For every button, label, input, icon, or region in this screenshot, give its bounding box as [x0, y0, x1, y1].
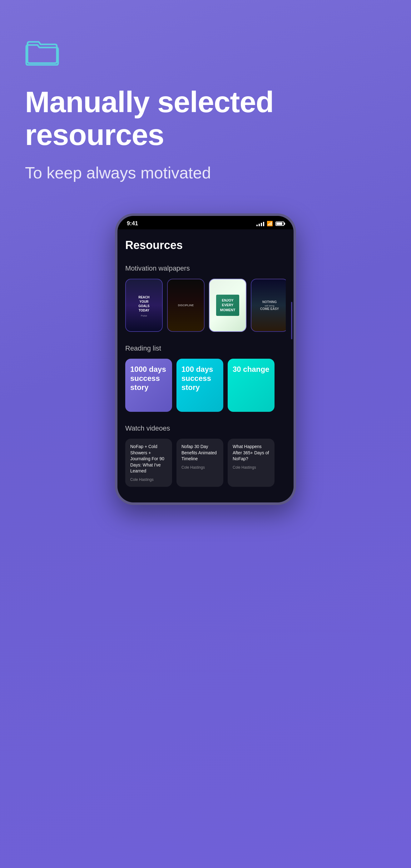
video-author-1: Cole Hastings: [130, 477, 167, 482]
phone-wrapper: 9:41 📶 Resour: [25, 213, 386, 505]
wallpaper-text-2: discipline: [177, 302, 195, 309]
videos-section-title: Watch videoes: [125, 424, 286, 432]
video-item-3[interactable]: What Happens After 365+ Days of NoFap? C…: [228, 439, 275, 487]
wallpapers-scroll: REACHYOURGOALSTODAY Pulse discipline: [125, 279, 286, 332]
wallpaper-item-4[interactable]: NOTHINGwill bringCOME EASY: [251, 279, 286, 332]
notch: [201, 219, 210, 228]
page-title: Manually selected resources: [25, 86, 386, 151]
scrollbar-indicator: [291, 302, 292, 339]
reading-scroll: 1000 days success story 100 days success…: [125, 359, 286, 412]
reading-item-2[interactable]: 100 days success story: [177, 359, 223, 412]
video-item-1[interactable]: NoFap + Cold Showers + Journaling For 90…: [125, 439, 172, 487]
videos-section: Watch videoes NoFap + Cold Showers + Jou…: [125, 424, 286, 487]
wallpaper-item-1[interactable]: REACHYOURGOALSTODAY Pulse: [125, 279, 163, 332]
status-bar: 9:41 📶: [118, 216, 293, 229]
status-time: 9:41: [127, 220, 138, 227]
video-author-2: Cole Hastings: [182, 465, 218, 470]
video-title-3: What Happens After 365+ Days of NoFap?: [233, 444, 270, 462]
wallpaper-text-1: REACHYOURGOALSTODAY: [137, 294, 151, 314]
phone-mockup: 9:41 📶 Resour: [115, 213, 296, 505]
video-title-1: NoFap + Cold Showers + Journaling For 90…: [130, 444, 167, 474]
signal-icon: [256, 221, 264, 226]
wallpaper-item-3[interactable]: ENJOYEVERYMOMENT: [209, 279, 246, 332]
folder-icon: [25, 37, 386, 67]
reading-section-title: Reading list: [125, 344, 286, 352]
reading-title-3: 30 change: [233, 365, 269, 374]
status-icons: 📶: [256, 221, 284, 226]
video-item-2[interactable]: Nofap 30 Day Benefits Animated Timeline …: [177, 439, 223, 487]
video-author-3: Cole Hastings: [233, 465, 270, 470]
wallpapers-section: Motivation walpapers REACHYOURGOALSTODAY…: [125, 264, 286, 332]
reading-item-3[interactable]: 30 change: [228, 359, 275, 412]
wallpaper-subtext-1: Pulse: [137, 314, 151, 317]
page-subtitle: To keep always motivated: [25, 163, 386, 182]
reading-title-1: 1000 days success story: [130, 365, 167, 392]
header-icon-area: [25, 37, 386, 67]
wallpapers-section-title: Motivation walpapers: [125, 264, 286, 273]
wallpaper-text-4: NOTHINGwill bringCOME EASY: [260, 300, 279, 311]
enjoy-badge: ENJOYEVERYMOMENT: [216, 294, 240, 316]
battery-icon: [276, 221, 284, 226]
resources-title: Resources: [125, 239, 286, 252]
reading-item-1[interactable]: 1000 days success story: [125, 359, 172, 412]
phone-content: Resources Motivation walpapers REACHYOUR…: [118, 229, 293, 502]
reading-section: Reading list 1000 days success story 100…: [125, 344, 286, 412]
video-title-2: Nofap 30 Day Benefits Animated Timeline: [182, 444, 218, 462]
wallpaper-item-2[interactable]: discipline: [167, 279, 204, 332]
videos-scroll: NoFap + Cold Showers + Journaling For 90…: [125, 439, 286, 487]
wallpaper-text-3: ENJOYEVERYMOMENT: [219, 297, 237, 314]
page-container: Manually selected resources To keep alwa…: [0, 0, 411, 868]
reading-title-2: 100 days success story: [182, 365, 218, 392]
wifi-icon: 📶: [267, 221, 273, 226]
